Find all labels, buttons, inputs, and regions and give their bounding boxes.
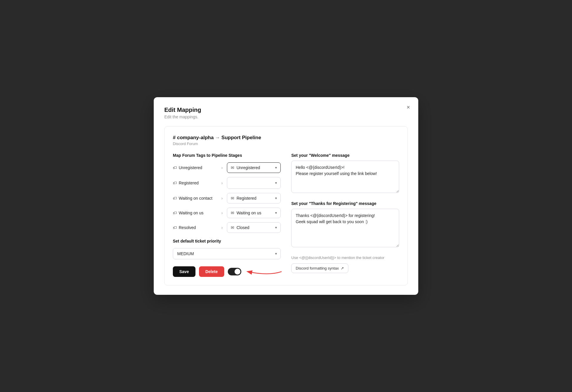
arrow-indicator: › [221, 225, 223, 230]
modal-overlay: × Edit Mapping Edit the mappings. # comp… [0, 0, 572, 392]
chevron-down-icon: ▾ [275, 166, 277, 170]
external-link-icon: ↗ [341, 266, 344, 270]
inbox-icon: ✉ [231, 211, 234, 215]
right-column: Set your "Welcome" message Set your "Tha… [291, 153, 399, 277]
stage-select[interactable]: ✉ Registered ▾ [227, 193, 281, 203]
chevron-down-icon: ▾ [275, 196, 277, 200]
welcome-message-textarea[interactable] [291, 161, 399, 193]
mapping-row: 🏷 Waiting on contact › ✉ Registered ▾ [173, 193, 281, 203]
select-wrapper: ✉ Registered ▾ [227, 193, 281, 203]
select-value: Registered [237, 196, 257, 201]
select-wrapper: ✉ Unregistered ▾ [227, 162, 281, 173]
tag-name: Resolved [179, 225, 196, 230]
tag-label: 🏷 Registered [173, 181, 218, 185]
chevron-down-icon: ▾ [275, 181, 277, 185]
tag-name: Waiting on contact [179, 196, 213, 201]
hint-text: Use <@{{discordUserId}}> to mention the … [291, 255, 399, 260]
tag-label: 🏷 Waiting on us [173, 211, 218, 215]
tag-label: 🏷 Resolved [173, 225, 218, 230]
inbox-icon: ✉ [231, 196, 234, 201]
chevron-down-icon: ▾ [275, 252, 277, 256]
priority-section-label: Set default ticket priority [173, 239, 281, 243]
priority-value: MEDIUM [177, 251, 194, 256]
toggle-knob [235, 269, 240, 275]
tag-label: 🏷 Waiting on contact [173, 196, 218, 201]
red-arrow-annotation [245, 266, 283, 277]
edit-mapping-modal: × Edit Mapping Edit the mappings. # comp… [154, 97, 418, 295]
stage-select[interactable]: ✉ Waiting on us ▾ [227, 208, 281, 218]
mapping-card: # company-alpha → Support Pipeline Disco… [164, 126, 408, 285]
chevron-down-icon: ▾ [275, 211, 277, 215]
thanks-message-textarea[interactable] [291, 209, 399, 247]
select-wrapper: ▾ [227, 177, 281, 189]
left-column: Map Forum Tags to Pipeline Stages 🏷 Unre… [173, 153, 281, 277]
tag-icon: 🏷 [173, 211, 177, 215]
chevron-down-icon: ▾ [275, 226, 277, 230]
pipeline-name: Support Pipeline [221, 135, 261, 140]
inbox-icon: ✉ [231, 165, 234, 170]
save-button[interactable]: Save [173, 266, 195, 277]
arrow-indicator: › [221, 211, 223, 215]
two-col-layout: Map Forum Tags to Pipeline Stages 🏷 Unre… [173, 153, 399, 277]
arrow-indicator: › [221, 196, 223, 201]
inbox-icon: ✉ [231, 225, 234, 230]
discord-syntax-button[interactable]: Discord formatting syntax ↗ [291, 263, 348, 273]
modal-subtitle: Edit the mappings. [164, 115, 408, 119]
arrow-indicator: › [221, 165, 223, 170]
mapping-row: 🏷 Waiting on us › ✉ Waiting on us ▾ [173, 208, 281, 218]
thanks-message-label: Set your "Thanks for Registering" messag… [291, 201, 399, 206]
arrow-indicator: › [221, 181, 223, 185]
welcome-message-label: Set your "Welcome" message [291, 153, 399, 158]
card-header: # company-alpha → Support Pipeline Disco… [173, 135, 399, 146]
thanks-message-section: Set your "Thanks for Registering" messag… [291, 201, 399, 248]
toggle-container [228, 268, 241, 275]
select-value: Unregistered [237, 165, 260, 170]
priority-select[interactable]: MEDIUM ▾ [173, 248, 281, 259]
mapping-row: 🏷 Resolved › ✉ Closed ▾ [173, 222, 281, 233]
tag-label: 🏷 Unregistered [173, 165, 218, 170]
mapping-row: 🏷 Unregistered › ✉ Unregistered ▾ [173, 162, 281, 173]
select-value: Closed [237, 225, 250, 230]
forum-type: Discord Forum [173, 142, 399, 146]
tag-icon: 🏷 [173, 196, 177, 201]
tag-icon: 🏷 [173, 225, 177, 230]
stage-select[interactable]: ✉ Unregistered ▾ [227, 162, 281, 173]
mapping-row: 🏷 Registered › ▾ [173, 177, 281, 189]
toggle-switch[interactable] [228, 268, 241, 275]
priority-section: Set default ticket priority MEDIUM ▾ [173, 239, 281, 259]
tag-name: Waiting on us [179, 211, 203, 215]
header-arrow: → [215, 135, 220, 140]
channel-name: # company-alpha [173, 135, 214, 140]
modal-title: Edit Mapping [164, 107, 408, 113]
tag-icon: 🏷 [173, 181, 177, 185]
welcome-message-section: Set your "Welcome" message [291, 153, 399, 194]
select-wrapper: ✉ Waiting on us ▾ [227, 208, 281, 218]
delete-button[interactable]: Delete [199, 266, 224, 277]
card-header-title: # company-alpha → Support Pipeline [173, 135, 399, 141]
stage-select[interactable]: ✉ Closed ▾ [227, 222, 281, 233]
footer: Save Delete [173, 266, 281, 277]
tag-name: Registered [179, 181, 199, 185]
tag-icon: 🏷 [173, 165, 177, 170]
select-value: Waiting on us [237, 211, 261, 215]
mappings-section-label: Map Forum Tags to Pipeline Stages [173, 153, 281, 158]
tag-name: Unregistered [179, 165, 202, 170]
select-wrapper: ✉ Closed ▾ [227, 222, 281, 233]
discord-syntax-label: Discord formatting syntax [296, 266, 339, 270]
stage-select[interactable]: ▾ [227, 177, 281, 189]
close-button[interactable]: × [404, 103, 412, 111]
